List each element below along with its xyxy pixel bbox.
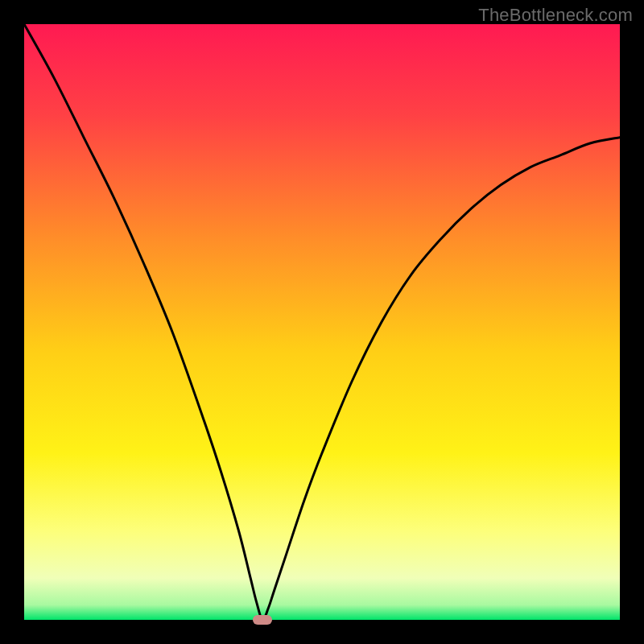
plot-area — [24, 24, 620, 620]
chart-frame: TheBottleneck.com — [0, 0, 644, 644]
gradient-background — [24, 24, 620, 620]
plot-svg — [24, 24, 620, 620]
optimum-marker — [253, 615, 272, 625]
watermark-text: TheBottleneck.com — [478, 5, 633, 26]
